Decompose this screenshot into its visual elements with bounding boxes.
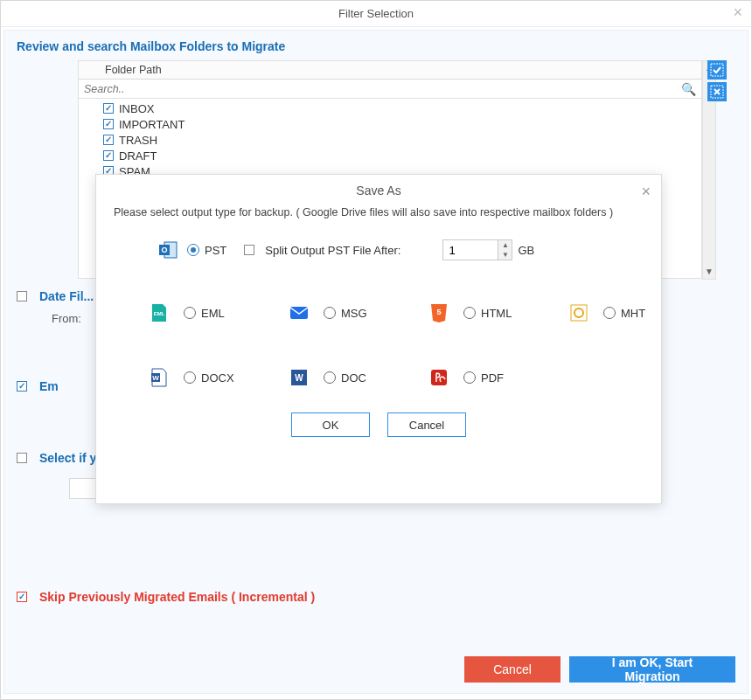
titlebar: Filter Selection × — [1, 1, 751, 27]
svg-rect-0 — [711, 64, 723, 76]
email-filter-label: Em — [39, 379, 59, 393]
select-if-checkbox[interactable] — [17, 453, 27, 463]
docx-label: DOCX — [201, 371, 234, 385]
msg-option[interactable]: MSG — [324, 307, 428, 320]
svg-text:W: W — [295, 373, 303, 383]
start-migration-button[interactable]: I am OK, Start Migration — [569, 656, 735, 683]
email-filter-checkbox[interactable] — [17, 381, 27, 392]
checkbox-draft[interactable] — [103, 150, 114, 161]
pst-option[interactable]: PST — [187, 244, 226, 257]
split-size-wrap: ▲ ▼ GB — [442, 239, 534, 260]
eml-icon: EML — [149, 302, 170, 323]
modal-buttons: OK Cancel — [114, 412, 644, 437]
html-option[interactable]: HTML — [463, 307, 568, 320]
doc-icon: W — [289, 367, 310, 388]
scroll-down-icon[interactable]: ▼ — [703, 265, 715, 279]
eml-option[interactable]: EML — [184, 307, 289, 320]
doc-radio[interactable] — [324, 371, 336, 384]
side-tools — [707, 60, 725, 101]
modal-titlebar: Save As × — [96, 175, 661, 201]
modal-close-icon[interactable]: × — [641, 184, 651, 199]
uncheck-all-icon — [710, 85, 724, 99]
spin-down-icon[interactable]: ▼ — [498, 250, 512, 260]
spin-up-icon[interactable]: ▲ — [498, 240, 512, 250]
grid-header[interactable]: Folder Path — [78, 60, 702, 80]
folder-item[interactable]: IMPORTANT — [82, 116, 701, 132]
doc-label: DOC — [341, 371, 366, 385]
heading: Review and search Mailbox Folders to Mig… — [17, 39, 735, 53]
pdf-icon — [428, 367, 449, 388]
formats-grid: EML EML MSG 5 HTML MHT W — [149, 302, 644, 388]
docx-radio[interactable] — [184, 371, 196, 384]
pdf-option[interactable]: PDF — [463, 371, 568, 385]
pdf-label: PDF — [481, 371, 504, 385]
docx-option[interactable]: DOCX — [184, 371, 289, 385]
window-title: Filter Selection — [338, 7, 414, 20]
pst-label: PST — [205, 244, 226, 257]
close-icon[interactable]: × — [733, 4, 742, 20]
msg-icon — [289, 302, 310, 323]
split-option[interactable]: Split Output PST File After: — [244, 244, 400, 257]
doc-option[interactable]: DOC — [324, 371, 428, 385]
pst-row: O PST Split Output PST File After: ▲ ▼ — [157, 239, 644, 260]
folder-item[interactable]: DRAFT — [82, 148, 701, 163]
html-icon: 5 — [428, 302, 449, 323]
date-filter-checkbox[interactable] — [17, 291, 27, 301]
eml-radio[interactable] — [184, 307, 196, 319]
date-filter-label: Date Fil... — [39, 289, 94, 303]
cancel-button[interactable]: Cancel — [464, 656, 561, 683]
svg-text:O: O — [161, 246, 167, 254]
checkbox-trash[interactable] — [103, 135, 114, 145]
mht-icon — [568, 302, 589, 323]
modal-ok-button[interactable]: OK — [291, 412, 370, 437]
split-checkbox[interactable] — [244, 245, 254, 255]
select-all-button[interactable] — [707, 60, 727, 80]
search-icon[interactable]: 🔍 — [681, 82, 696, 96]
search-row: 🔍 — [78, 80, 702, 99]
split-size-spinner[interactable]: ▲ ▼ — [442, 239, 512, 260]
html-radio[interactable] — [463, 307, 476, 319]
svg-rect-6 — [290, 307, 308, 319]
folder-label: IMPORTANT — [119, 118, 185, 131]
svg-text:W: W — [152, 374, 159, 382]
check-all-icon — [710, 63, 724, 77]
folder-item[interactable]: INBOX — [82, 100, 701, 116]
folder-label: TRASH — [119, 134, 157, 147]
docx-icon: W — [149, 367, 170, 388]
folder-label: DRAFT — [119, 149, 157, 163]
modal-body: Please select output type for backup. ( … — [96, 201, 661, 437]
mht-option[interactable]: MHT — [603, 307, 708, 320]
modal-hint: Please select output type for backup. ( … — [114, 206, 644, 218]
folder-item[interactable]: TRASH — [82, 132, 701, 148]
search-input[interactable] — [82, 82, 681, 96]
outlook-icon: O — [157, 239, 178, 260]
modal-cancel-button[interactable]: Cancel — [387, 412, 466, 437]
eml-label: EML — [201, 307, 225, 320]
skip-checkbox[interactable] — [17, 592, 27, 602]
msg-label: MSG — [341, 307, 367, 320]
checkbox-inbox[interactable] — [103, 103, 114, 114]
msg-radio[interactable] — [324, 307, 336, 319]
deselect-all-button[interactable] — [707, 82, 727, 101]
svg-text:EML: EML — [154, 311, 165, 316]
bottom-bar: Cancel I am OK, Start Migration — [464, 656, 735, 683]
svg-text:5: 5 — [436, 308, 441, 316]
mht-radio[interactable] — [603, 307, 616, 319]
skip-row: Skip Previously Migrated Emails ( Increm… — [17, 590, 315, 604]
checkbox-important[interactable] — [103, 119, 114, 129]
modal-title: Save As — [356, 184, 400, 198]
select-if-label: Select if yo — [39, 451, 104, 465]
pdf-radio[interactable] — [463, 371, 476, 384]
filter-selection-window: Filter Selection × Review and search Mai… — [0, 0, 752, 700]
pst-radio[interactable] — [187, 244, 199, 256]
skip-label: Skip Previously Migrated Emails ( Increm… — [39, 590, 315, 604]
save-as-dialog: Save As × Please select output type for … — [95, 174, 662, 504]
folder-label: INBOX — [119, 102, 154, 115]
gb-label: GB — [518, 244, 534, 257]
split-label: Split Output PST File After: — [265, 244, 400, 257]
html-label: HTML — [481, 307, 512, 320]
column-header-folder-path: Folder Path — [105, 64, 162, 76]
mht-label: MHT — [621, 307, 645, 320]
split-size-input[interactable] — [443, 244, 498, 257]
svg-rect-8 — [571, 305, 587, 321]
